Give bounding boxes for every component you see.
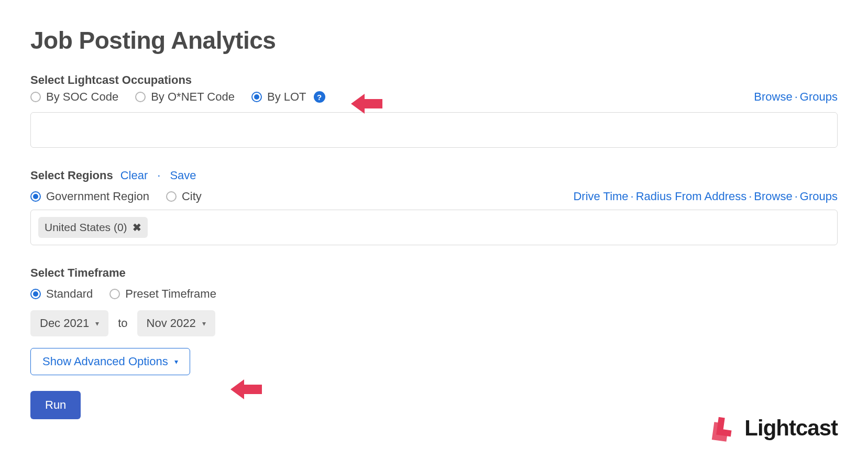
timeframe-from-select[interactable]: Dec 2021 ▾: [30, 310, 108, 336]
browse-link[interactable]: Browse: [754, 190, 792, 203]
groups-link[interactable]: Groups: [800, 90, 838, 104]
region-text-input[interactable]: [152, 222, 830, 234]
radio-label: Standard: [46, 287, 93, 301]
radio-gov-region[interactable]: Government Region: [30, 190, 149, 203]
to-label: to: [118, 317, 127, 330]
region-input-box[interactable]: United States (0) ✖: [30, 210, 838, 245]
separator-dot: ·: [795, 90, 798, 104]
occupations-section: Select Lightcast Occupations By SOC Code…: [30, 73, 838, 148]
radio-icon: [30, 191, 41, 202]
drive-time-link[interactable]: Drive Time: [573, 190, 628, 203]
timeframe-to-select[interactable]: Nov 2022 ▾: [137, 310, 215, 336]
radio-standard[interactable]: Standard: [30, 287, 93, 301]
timeframe-label: Select Timeframe: [30, 266, 838, 280]
run-button[interactable]: Run: [30, 391, 81, 419]
radio-preset[interactable]: Preset Timeframe: [109, 287, 216, 301]
occupation-text-input[interactable]: [38, 124, 830, 136]
radio-label: Government Region: [46, 190, 149, 203]
regions-section: Select Regions Clear · Save Government R…: [30, 169, 838, 245]
radio-label: Preset Timeframe: [125, 287, 216, 301]
radio-label: By LOT: [267, 90, 306, 104]
radius-link[interactable]: Radius From Address: [636, 190, 747, 203]
timeframe-section: Select Timeframe Standard Preset Timefra…: [30, 266, 838, 419]
radio-icon: [166, 191, 177, 202]
radio-city[interactable]: City: [166, 190, 202, 203]
page-title: Job Posting Analytics: [30, 26, 838, 54]
radio-label: City: [182, 190, 202, 203]
regions-label: Select Regions: [30, 169, 113, 182]
help-icon[interactable]: ?: [314, 91, 325, 103]
select-value: Nov 2022: [147, 317, 196, 330]
occupations-links: Browse · Groups: [754, 90, 838, 104]
radio-by-lot[interactable]: By LOT ?: [251, 90, 325, 104]
occupations-radio-group: By SOC Code By O*NET Code By LOT ?: [30, 90, 325, 104]
occupations-label: Select Lightcast Occupations: [30, 73, 838, 87]
show-advanced-button[interactable]: Show Advanced Options ▾: [30, 348, 190, 375]
separator-dot: ·: [795, 190, 798, 203]
separator-dot: ·: [631, 190, 634, 203]
regions-save-link[interactable]: Save: [170, 169, 196, 182]
chip-label: United States (0): [45, 221, 127, 234]
separator-dot: ·: [157, 169, 160, 182]
radio-label: By O*NET Code: [151, 90, 235, 104]
radio-by-soc[interactable]: By SOC Code: [30, 90, 118, 104]
select-value: Dec 2021: [40, 317, 89, 330]
radio-icon: [30, 289, 41, 299]
radio-icon: [135, 92, 146, 102]
lightcast-mark-icon: [708, 413, 737, 443]
radio-icon: [251, 92, 262, 102]
radio-label: By SOC Code: [46, 90, 118, 104]
occupation-input-box[interactable]: [30, 112, 838, 148]
browse-link[interactable]: Browse: [754, 90, 792, 104]
chevron-down-icon: ▾: [95, 319, 99, 328]
separator-dot: ·: [749, 190, 752, 203]
chevron-down-icon: ▾: [202, 319, 206, 328]
radio-icon: [109, 289, 120, 299]
button-label: Show Advanced Options: [42, 355, 168, 368]
regions-clear-link[interactable]: Clear: [120, 169, 148, 182]
regions-radio-group: Government Region City: [30, 190, 202, 203]
brand-logo: Lightcast: [708, 413, 838, 443]
remove-chip-icon[interactable]: ✖: [133, 221, 141, 234]
region-chip: United States (0) ✖: [38, 217, 148, 238]
regions-links: Drive Time · Radius From Address · Brows…: [573, 190, 838, 203]
brand-name: Lightcast: [744, 416, 838, 441]
radio-by-onet[interactable]: By O*NET Code: [135, 90, 235, 104]
radio-icon: [30, 92, 41, 102]
chevron-down-icon: ▾: [174, 357, 178, 366]
groups-link[interactable]: Groups: [800, 190, 838, 203]
timeframe-radio-group: Standard Preset Timeframe: [30, 287, 838, 301]
